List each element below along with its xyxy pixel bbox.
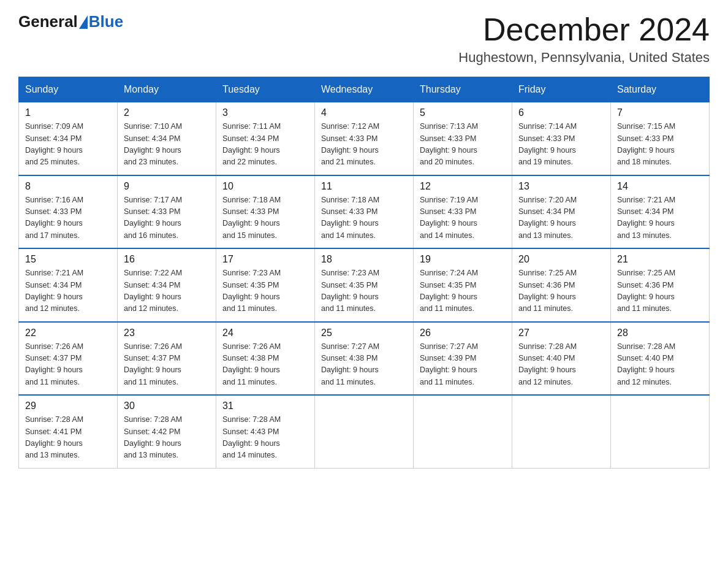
day-number: 23 [124, 327, 210, 339]
weekday-header-thursday: Thursday [414, 77, 512, 102]
day-number: 1 [25, 107, 111, 118]
calendar-cell [414, 395, 512, 468]
calendar-cell [611, 395, 710, 468]
day-number: 5 [420, 107, 506, 118]
day-number: 15 [25, 254, 111, 265]
weekday-header-row: SundayMondayTuesdayWednesdayThursdayFrid… [19, 77, 710, 102]
day-number: 7 [617, 107, 703, 118]
calendar-cell: 30 Sunrise: 7:28 AMSunset: 4:42 PMDaylig… [118, 395, 216, 468]
calendar-cell: 21 Sunrise: 7:25 AMSunset: 4:36 PMDaylig… [611, 248, 710, 322]
logo-triangle-icon [79, 15, 88, 29]
calendar-cell: 12 Sunrise: 7:19 AMSunset: 4:33 PMDaylig… [414, 175, 512, 249]
day-info: Sunrise: 7:15 AMSunset: 4:33 PMDaylight:… [617, 121, 703, 169]
day-number: 3 [222, 107, 308, 118]
day-number: 16 [124, 254, 210, 265]
day-info: Sunrise: 7:27 AMSunset: 4:38 PMDaylight:… [321, 341, 407, 389]
day-info: Sunrise: 7:28 AMSunset: 4:41 PMDaylight:… [25, 414, 111, 462]
week-row-1: 1 Sunrise: 7:09 AMSunset: 4:34 PMDayligh… [19, 102, 710, 175]
day-number: 31 [222, 400, 308, 412]
calendar-cell: 23 Sunrise: 7:26 AMSunset: 4:37 PMDaylig… [118, 322, 216, 396]
day-number: 19 [420, 254, 506, 265]
day-info: Sunrise: 7:09 AMSunset: 4:34 PMDaylight:… [25, 121, 111, 169]
day-number: 2 [124, 107, 210, 118]
location-subtitle: Hughestown, Pennsylvania, United States [458, 50, 710, 66]
day-number: 12 [420, 181, 506, 192]
day-info: Sunrise: 7:24 AMSunset: 4:35 PMDaylight:… [420, 267, 506, 315]
calendar-cell: 20 Sunrise: 7:25 AMSunset: 4:36 PMDaylig… [512, 248, 611, 322]
week-row-2: 8 Sunrise: 7:16 AMSunset: 4:33 PMDayligh… [19, 175, 710, 249]
day-info: Sunrise: 7:16 AMSunset: 4:33 PMDaylight:… [25, 194, 111, 242]
month-title: December 2024 [458, 12, 710, 47]
day-number: 28 [617, 327, 703, 339]
calendar-cell: 10 Sunrise: 7:18 AMSunset: 4:33 PMDaylig… [216, 175, 315, 249]
calendar-cell: 15 Sunrise: 7:21 AMSunset: 4:34 PMDaylig… [19, 248, 118, 322]
title-area: December 2024 Hughestown, Pennsylvania, … [458, 12, 710, 66]
day-info: Sunrise: 7:18 AMSunset: 4:33 PMDaylight:… [321, 194, 407, 242]
day-info: Sunrise: 7:11 AMSunset: 4:34 PMDaylight:… [222, 121, 308, 169]
calendar-cell: 27 Sunrise: 7:28 AMSunset: 4:40 PMDaylig… [512, 322, 611, 396]
calendar-cell: 17 Sunrise: 7:23 AMSunset: 4:35 PMDaylig… [216, 248, 315, 322]
weekday-header-tuesday: Tuesday [216, 77, 315, 102]
day-number: 27 [518, 327, 604, 339]
weekday-header-saturday: Saturday [611, 77, 710, 102]
calendar-cell: 29 Sunrise: 7:28 AMSunset: 4:41 PMDaylig… [19, 395, 118, 468]
calendar-cell: 24 Sunrise: 7:26 AMSunset: 4:38 PMDaylig… [216, 322, 315, 396]
calendar-table: SundayMondayTuesdayWednesdayThursdayFrid… [18, 77, 710, 469]
day-info: Sunrise: 7:27 AMSunset: 4:39 PMDaylight:… [420, 341, 506, 389]
day-number: 13 [518, 181, 604, 192]
calendar-cell: 6 Sunrise: 7:14 AMSunset: 4:33 PMDayligh… [512, 102, 611, 175]
calendar-cell: 28 Sunrise: 7:28 AMSunset: 4:40 PMDaylig… [611, 322, 710, 396]
logo-general: General [18, 12, 78, 31]
day-info: Sunrise: 7:26 AMSunset: 4:37 PMDaylight:… [124, 341, 210, 389]
calendar-cell: 19 Sunrise: 7:24 AMSunset: 4:35 PMDaylig… [414, 248, 512, 322]
week-row-3: 15 Sunrise: 7:21 AMSunset: 4:34 PMDaylig… [19, 248, 710, 322]
calendar-cell: 8 Sunrise: 7:16 AMSunset: 4:33 PMDayligh… [19, 175, 118, 249]
calendar-cell: 14 Sunrise: 7:21 AMSunset: 4:34 PMDaylig… [611, 175, 710, 249]
calendar-cell: 7 Sunrise: 7:15 AMSunset: 4:33 PMDayligh… [611, 102, 710, 175]
day-info: Sunrise: 7:14 AMSunset: 4:33 PMDaylight:… [518, 121, 604, 169]
day-number: 24 [222, 327, 308, 339]
day-number: 21 [617, 254, 703, 265]
day-number: 11 [321, 181, 407, 192]
day-info: Sunrise: 7:25 AMSunset: 4:36 PMDaylight:… [518, 267, 604, 315]
day-number: 14 [617, 181, 703, 192]
calendar-cell: 11 Sunrise: 7:18 AMSunset: 4:33 PMDaylig… [315, 175, 414, 249]
day-number: 4 [321, 107, 407, 118]
day-number: 25 [321, 327, 407, 339]
day-info: Sunrise: 7:21 AMSunset: 4:34 PMDaylight:… [617, 194, 703, 242]
calendar-cell: 25 Sunrise: 7:27 AMSunset: 4:38 PMDaylig… [315, 322, 414, 396]
day-number: 22 [25, 327, 111, 339]
weekday-header-sunday: Sunday [19, 77, 118, 102]
day-info: Sunrise: 7:22 AMSunset: 4:34 PMDaylight:… [124, 267, 210, 315]
day-number: 6 [518, 107, 604, 118]
weekday-header-friday: Friday [512, 77, 611, 102]
page-header: General Blue December 2024 Hughestown, P… [18, 12, 710, 66]
calendar-cell: 3 Sunrise: 7:11 AMSunset: 4:34 PMDayligh… [216, 102, 315, 175]
day-info: Sunrise: 7:28 AMSunset: 4:43 PMDaylight:… [222, 414, 308, 462]
calendar-cell: 22 Sunrise: 7:26 AMSunset: 4:37 PMDaylig… [19, 322, 118, 396]
calendar-cell: 26 Sunrise: 7:27 AMSunset: 4:39 PMDaylig… [414, 322, 512, 396]
day-info: Sunrise: 7:23 AMSunset: 4:35 PMDaylight:… [321, 267, 407, 315]
day-info: Sunrise: 7:23 AMSunset: 4:35 PMDaylight:… [222, 267, 308, 315]
day-info: Sunrise: 7:12 AMSunset: 4:33 PMDaylight:… [321, 121, 407, 169]
day-info: Sunrise: 7:20 AMSunset: 4:34 PMDaylight:… [518, 194, 604, 242]
calendar-cell: 2 Sunrise: 7:10 AMSunset: 4:34 PMDayligh… [118, 102, 216, 175]
day-number: 20 [518, 254, 604, 265]
day-info: Sunrise: 7:17 AMSunset: 4:33 PMDaylight:… [124, 194, 210, 242]
day-info: Sunrise: 7:28 AMSunset: 4:42 PMDaylight:… [124, 414, 210, 462]
day-info: Sunrise: 7:13 AMSunset: 4:33 PMDaylight:… [420, 121, 506, 169]
day-number: 10 [222, 181, 308, 192]
calendar-cell: 9 Sunrise: 7:17 AMSunset: 4:33 PMDayligh… [118, 175, 216, 249]
calendar-cell: 4 Sunrise: 7:12 AMSunset: 4:33 PMDayligh… [315, 102, 414, 175]
logo-blue: Blue [89, 12, 123, 31]
day-number: 29 [25, 400, 111, 412]
calendar-cell: 31 Sunrise: 7:28 AMSunset: 4:43 PMDaylig… [216, 395, 315, 468]
day-info: Sunrise: 7:25 AMSunset: 4:36 PMDaylight:… [617, 267, 703, 315]
weekday-header-monday: Monday [118, 77, 216, 102]
calendar-cell [512, 395, 611, 468]
day-info: Sunrise: 7:19 AMSunset: 4:33 PMDaylight:… [420, 194, 506, 242]
logo: General Blue [18, 12, 123, 31]
calendar-cell: 16 Sunrise: 7:22 AMSunset: 4:34 PMDaylig… [118, 248, 216, 322]
day-info: Sunrise: 7:10 AMSunset: 4:34 PMDaylight:… [124, 121, 210, 169]
day-number: 30 [124, 400, 210, 412]
